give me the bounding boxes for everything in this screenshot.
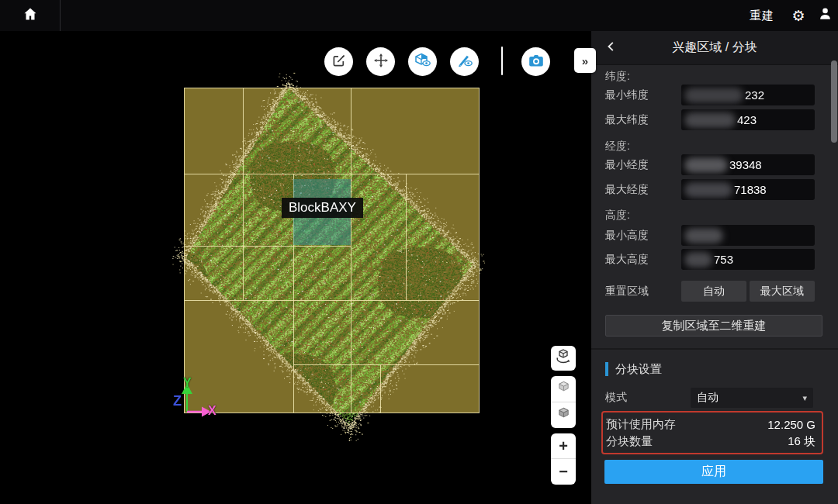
- redaction-blob: [684, 182, 732, 198]
- cube-eye-icon: [414, 53, 431, 71]
- pen-eye-icon: [456, 53, 473, 71]
- block-count-label: 分块数量: [606, 434, 653, 449]
- section-divider: [591, 348, 838, 350]
- min-latitude-row: 最小纬度 232: [605, 85, 822, 105]
- redaction-blob: [684, 252, 712, 268]
- apply-button[interactable]: 应用: [604, 460, 823, 484]
- mode-dropdown[interactable]: 自动 ▾: [691, 388, 813, 408]
- memory-row: 预计使用内存 12.250 G: [606, 416, 815, 433]
- dropdown-caret-icon: ▾: [802, 393, 807, 403]
- cube-shaded-button[interactable]: [551, 402, 576, 428]
- min-longitude-input[interactable]: 39348: [681, 154, 815, 175]
- back-chevron-icon: [605, 40, 617, 56]
- axis-z-label: Z: [173, 393, 182, 409]
- zoom-out-button[interactable]: −: [551, 459, 576, 484]
- toolbar-divider: [501, 47, 503, 75]
- cube-shaded-icon: [556, 406, 571, 424]
- min-latitude-label: 最小纬度: [605, 88, 681, 102]
- min-latitude-value: 232: [745, 88, 764, 102]
- panel-scrollbar-thumb[interactable]: [831, 60, 837, 143]
- topbar-divider: [60, 0, 61, 31]
- block-settings-title: 分块设置: [615, 362, 662, 377]
- redaction-blob: [684, 88, 743, 103]
- redaction-blob: [684, 157, 728, 173]
- annotation-visibility-button[interactable]: [450, 47, 479, 76]
- max-latitude-value: 423: [737, 113, 757, 126]
- redaction-blob: [684, 112, 736, 128]
- min-height-row: 最小高度: [605, 225, 822, 246]
- toolbar-expand-button[interactable]: »: [574, 48, 596, 73]
- menu-rebuild[interactable]: 重建: [739, 9, 785, 23]
- block-count-row: 分块数量 16 块: [606, 433, 815, 450]
- stats-highlight-box: 预计使用内存 12.250 G 分块数量 16 块: [601, 411, 823, 454]
- zoom-in-button[interactable]: +: [551, 433, 576, 458]
- viewport-canvas[interactable]: [0, 31, 591, 504]
- min-height-input[interactable]: [681, 225, 815, 246]
- mode-row: 模式 自动 ▾: [605, 388, 822, 408]
- max-latitude-row: 最大纬度 423: [605, 109, 822, 130]
- axis-x-label: X: [208, 404, 216, 418]
- settings-button[interactable]: ⚙: [785, 0, 812, 31]
- back-button[interactable]: [605, 31, 628, 65]
- min-latitude-input[interactable]: 232: [681, 85, 815, 105]
- snapshot-button[interactable]: [521, 47, 550, 76]
- block-settings-header: 分块设置: [605, 362, 822, 376]
- min-height-label: 最小高度: [605, 229, 681, 243]
- axis-y-label: Y: [183, 376, 192, 390]
- panel-header: 兴趣区域 / 分块: [591, 31, 838, 65]
- max-latitude-input[interactable]: 423: [681, 109, 815, 130]
- cube-solid-button[interactable]: [551, 376, 576, 402]
- auto-button[interactable]: 自动: [681, 281, 746, 302]
- min-longitude-label: 最小经度: [605, 158, 681, 172]
- home-button[interactable]: [0, 0, 60, 31]
- longitude-group-label: 经度:: [605, 140, 822, 152]
- reset-region-label: 重置区域: [605, 285, 681, 299]
- user-icon: [818, 6, 833, 25]
- max-longitude-value: 71838: [734, 183, 767, 196]
- max-longitude-row: 最大经度 71838: [605, 179, 822, 200]
- latitude-group-label: 纬度:: [605, 70, 822, 82]
- memory-value: 12.250 G: [767, 418, 815, 431]
- home-icon: [23, 6, 38, 25]
- max-region-button[interactable]: 最大区域: [750, 281, 815, 302]
- accent-bar: [605, 362, 608, 376]
- max-height-value: 753: [714, 253, 733, 266]
- height-group-label: 高度:: [605, 209, 822, 221]
- min-longitude-row: 最小经度 39348: [605, 154, 822, 175]
- minus-icon: −: [559, 464, 568, 479]
- max-latitude-label: 最大纬度: [605, 113, 681, 127]
- redaction-blob: [684, 228, 723, 243]
- max-height-input[interactable]: 753: [681, 249, 815, 270]
- zoom-group: + −: [551, 433, 576, 485]
- memory-label: 预计使用内存: [606, 417, 676, 432]
- min-longitude-value: 39348: [729, 158, 762, 171]
- model-visibility-button[interactable]: [408, 47, 437, 76]
- chevrons-right-icon: »: [582, 54, 588, 67]
- block-tooltip: BlockBAXY: [282, 198, 363, 218]
- plus-icon: +: [559, 438, 568, 454]
- orbit-view-button[interactable]: [551, 346, 576, 371]
- edit-region-button[interactable]: [324, 47, 353, 76]
- mode-value: 自动: [697, 391, 802, 405]
- viewport-3d: BlockBAXY Y X Z: [0, 31, 591, 504]
- orbit-cube-icon: [555, 348, 572, 368]
- edit-icon: [331, 53, 347, 71]
- max-height-row: 最大高度 753: [605, 249, 822, 270]
- gear-icon: ⚙: [791, 7, 805, 25]
- max-height-label: 最大高度: [605, 253, 681, 267]
- camera-icon: [528, 53, 545, 71]
- roi-block-panel: 兴趣区域 / 分块 纬度: 最小纬度 232 最大纬度 423 经度: 最小经度…: [591, 31, 838, 504]
- reset-region-row: 重置区域 自动 最大区域: [605, 281, 822, 302]
- copy-region-button[interactable]: 复制区域至二维重建: [605, 315, 822, 337]
- render-mode-group: [551, 376, 576, 428]
- cube-solid-icon: [556, 380, 571, 398]
- max-longitude-label: 最大经度: [605, 183, 681, 197]
- move-icon: [373, 53, 389, 71]
- mode-label: 模式: [605, 391, 691, 405]
- account-button[interactable]: [812, 0, 838, 31]
- topbar: 重建 ⚙: [0, 0, 838, 31]
- max-longitude-input[interactable]: 71838: [681, 179, 815, 200]
- pan-move-button[interactable]: [366, 47, 395, 76]
- block-count-value: 16 块: [788, 434, 815, 449]
